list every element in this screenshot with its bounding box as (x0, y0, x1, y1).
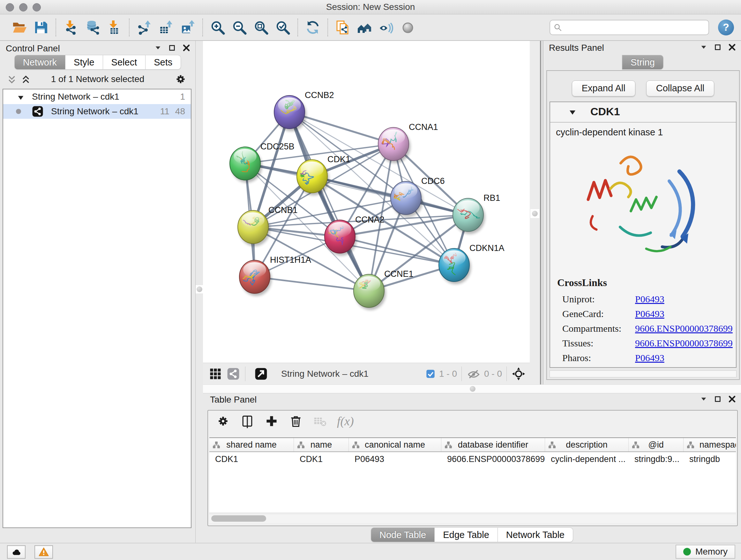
glass-ball-button[interactable] (399, 19, 416, 36)
column-header--id[interactable]: @id (629, 438, 684, 451)
export-table-button[interactable] (157, 19, 175, 36)
disclosure-triangle-icon[interactable] (17, 93, 24, 100)
table-cell: stringdb (684, 452, 736, 466)
import-table-button[interactable] (106, 19, 123, 36)
collapse-all-button[interactable]: Collapse All (646, 80, 715, 97)
memory-button[interactable]: Memory (676, 545, 735, 559)
network-node-CCNB2[interactable] (274, 96, 307, 131)
tab-network-table[interactable]: Network Table (498, 527, 573, 542)
column-header-database-identifier[interactable]: database identifier (441, 438, 545, 451)
import-network-button[interactable] (62, 19, 79, 36)
network-node-CDKN1A[interactable] (439, 248, 471, 284)
horizontal-splitter[interactable] (203, 384, 741, 393)
help-button[interactable]: ? (718, 19, 734, 36)
tab-network[interactable]: Network (14, 55, 65, 70)
show-columns-icon[interactable] (240, 414, 255, 428)
network-node-CDC6[interactable] (391, 181, 423, 217)
network-node-HIST1H1A[interactable] (239, 260, 272, 296)
results-panel-title: Results Panel (549, 43, 604, 53)
collapse-panel-icon[interactable] (700, 395, 707, 402)
expand-all-button[interactable]: Expand All (572, 80, 635, 97)
crosslink-value-link[interactable]: 9606.ENSP00000378699 (635, 323, 733, 334)
save-button[interactable] (32, 19, 50, 36)
fit-selected-crosshair-icon[interactable] (511, 367, 526, 381)
search-input[interactable] (549, 20, 709, 35)
table-scrollbar-track[interactable] (209, 514, 736, 523)
crosslink-label: Compartments: (562, 323, 635, 334)
network-node-CCNE1[interactable] (354, 274, 386, 310)
close-panel-icon[interactable] (183, 44, 190, 52)
float-panel-icon[interactable] (169, 44, 176, 51)
horizontal-splitter-handle[interactable] (468, 385, 477, 392)
zoom-fit-button[interactable] (253, 19, 270, 36)
tab-node-table[interactable]: Node Table (371, 527, 434, 542)
column-header-name[interactable]: name (294, 438, 349, 451)
zoom-selected-button[interactable] (274, 19, 291, 36)
network-node-CCNB1[interactable] (232, 210, 270, 246)
table-cell: CDK1 (209, 452, 294, 466)
table-row[interactable]: CDK1CDK1P064939606.ENSP00000378699cyclin… (209, 452, 736, 466)
crosslink-row: Tissues:9606.ENSP00000378699 (557, 336, 736, 351)
collapse-panel-icon[interactable] (154, 44, 161, 51)
selected-checkbox-icon[interactable] (425, 367, 436, 381)
right-splitter[interactable] (530, 41, 544, 384)
detach-view-icon[interactable] (254, 367, 268, 381)
close-panel-icon[interactable] (728, 395, 736, 403)
birdseye-grid-icon[interactable] (208, 367, 223, 381)
right-splitter-handle[interactable] (530, 209, 539, 218)
search-icon (553, 23, 562, 32)
import-network-database-button[interactable] (84, 19, 101, 36)
float-panel-icon[interactable] (714, 395, 721, 402)
network-row[interactable]: String Network – cdk1 11 48 (3, 104, 191, 119)
crosslink-value-link[interactable]: P06493 (635, 353, 664, 363)
hidden-eye-icon[interactable] (466, 367, 481, 381)
network-share-icon[interactable] (226, 367, 241, 381)
crosslink-label: Tissues: (562, 338, 635, 349)
column-header-canonical-name[interactable]: canonical name (349, 438, 441, 451)
tab-select[interactable]: Select (103, 55, 146, 70)
node-table-grid: shared namenamecanonical namedatabase id… (209, 437, 736, 512)
network-node-CDC25B[interactable] (230, 147, 262, 183)
copy-network-button[interactable] (334, 19, 351, 36)
add-column-icon[interactable] (264, 414, 279, 428)
crosslink-value-link[interactable]: P06493 (635, 294, 664, 305)
zoom-out-button[interactable] (231, 19, 248, 36)
column-header-shared-name[interactable]: shared name (209, 438, 294, 451)
collapse-panel-icon[interactable] (700, 44, 707, 51)
search-box (549, 20, 709, 35)
left-splitter[interactable] (195, 41, 203, 544)
open-button[interactable] (10, 19, 28, 36)
close-panel-icon[interactable] (728, 44, 736, 51)
column-header-namespace[interactable]: namespace (684, 438, 736, 451)
tab-string[interactable]: String (622, 55, 664, 70)
export-image-button[interactable] (179, 19, 196, 36)
tab-edge-table[interactable]: Edge Table (434, 527, 498, 542)
network-edge-HIST1H1A-CCNE1[interactable] (255, 277, 369, 291)
crosslink-label: Uniprot: (562, 294, 635, 305)
cloud-button[interactable] (7, 545, 25, 559)
refresh-button[interactable] (304, 19, 321, 36)
cytoscape-window: Session: New Session ? Control Panel Net… (0, 0, 741, 560)
left-splitter-handle[interactable] (196, 285, 203, 294)
string-visibility-button[interactable] (378, 19, 395, 36)
table-scrollbar-thumb[interactable] (211, 515, 266, 522)
zoom-in-button[interactable] (209, 19, 226, 36)
network-canvas[interactable]: CCNB2CCNA1CDC25BCDK1CDC6RB1CCNB1CCNA2CDK… (203, 41, 530, 363)
disclosure-triangle-icon[interactable] (569, 109, 576, 116)
network-node-CCNA1[interactable] (378, 127, 410, 163)
network-collection-row[interactable]: String Network – cdk1 1 (3, 89, 191, 104)
network-node-CDK1[interactable] (286, 160, 329, 195)
warnings-button[interactable] (35, 545, 53, 559)
string-home-button[interactable] (356, 19, 373, 36)
crosslink-value-link[interactable]: P06493 (635, 308, 664, 319)
column-header-description[interactable]: description (545, 438, 629, 451)
float-panel-icon[interactable] (714, 44, 721, 51)
table-options-gear-icon[interactable] (216, 414, 230, 428)
tab-style[interactable]: Style (65, 55, 103, 70)
export-network-button[interactable] (136, 19, 153, 36)
network-options-gear-icon[interactable] (174, 73, 187, 85)
results-scrollbar-track[interactable] (549, 370, 737, 377)
tab-sets[interactable]: Sets (145, 55, 181, 70)
delete-column-icon[interactable] (288, 414, 303, 428)
crosslink-value-link[interactable]: 9606.ENSP00000378699 (635, 338, 733, 349)
